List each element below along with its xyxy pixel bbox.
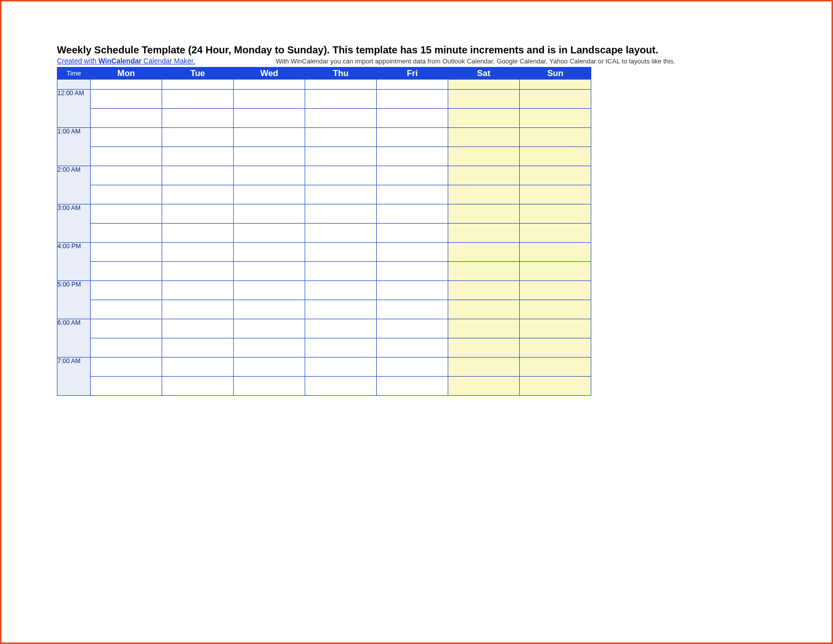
cell[interactable] [377,357,448,377]
cell[interactable] [448,300,520,319]
cell[interactable] [377,224,448,243]
cell[interactable] [520,377,591,396]
cell[interactable] [305,262,377,281]
cell[interactable] [162,319,234,338]
cell[interactable] [162,338,234,357]
cell[interactable] [234,224,305,243]
cell[interactable] [234,281,305,300]
cell[interactable] [162,185,234,204]
cell[interactable] [162,300,234,319]
cell[interactable] [448,90,520,109]
cell[interactable] [162,357,234,377]
cell[interactable] [234,128,305,147]
cell[interactable] [448,80,520,90]
cell[interactable] [377,377,448,396]
cell[interactable] [377,147,448,166]
cell[interactable] [91,109,162,128]
cell[interactable] [520,338,591,357]
cell[interactable] [91,185,162,204]
cell[interactable] [234,166,305,185]
cell[interactable] [91,281,162,300]
cell[interactable] [448,357,520,377]
cell[interactable] [448,377,520,396]
cell[interactable] [91,224,162,243]
cell[interactable] [91,338,162,357]
cell[interactable] [91,147,162,166]
cell[interactable] [305,338,377,357]
cell[interactable] [448,224,520,243]
cell[interactable] [162,243,234,262]
cell[interactable] [520,109,591,128]
cell[interactable] [520,262,591,281]
cell[interactable] [162,147,234,166]
cell[interactable] [234,185,305,204]
cell[interactable] [520,300,591,319]
cell[interactable] [234,90,305,109]
cell[interactable] [162,204,234,224]
cell[interactable] [377,281,448,300]
cell[interactable] [91,204,162,224]
cell[interactable] [305,147,377,166]
cell[interactable] [305,319,377,338]
cell[interactable] [305,204,377,224]
cell[interactable] [520,128,591,147]
cell[interactable] [162,281,234,300]
cell[interactable] [448,204,520,224]
cell[interactable] [520,224,591,243]
cell[interactable] [448,128,520,147]
cell[interactable] [91,357,162,377]
cell[interactable] [305,224,377,243]
cell[interactable] [305,377,377,396]
cell[interactable] [377,90,448,109]
cell[interactable] [91,166,162,185]
cell[interactable] [520,281,591,300]
cell[interactable] [520,204,591,224]
cell[interactable] [162,224,234,243]
cell[interactable] [377,80,448,90]
cell[interactable] [234,300,305,319]
cell[interactable] [377,185,448,204]
cell[interactable] [91,377,162,396]
cell[interactable] [91,80,162,90]
cell[interactable] [234,204,305,224]
cell[interactable] [520,166,591,185]
cell[interactable] [305,281,377,300]
cell[interactable] [448,281,520,300]
cell[interactable] [234,243,305,262]
cell[interactable] [234,147,305,166]
cell[interactable] [305,185,377,204]
cell[interactable] [377,243,448,262]
cell[interactable] [234,377,305,396]
cell[interactable] [234,262,305,281]
cell[interactable] [377,128,448,147]
cell[interactable] [377,262,448,281]
cell[interactable] [377,300,448,319]
cell[interactable] [377,109,448,128]
cell[interactable] [448,338,520,357]
cell[interactable] [377,319,448,338]
cell[interactable] [448,147,520,166]
cell[interactable] [91,262,162,281]
cell[interactable] [234,338,305,357]
cell[interactable] [377,204,448,224]
cell[interactable] [91,319,162,338]
cell[interactable] [162,80,234,90]
cell[interactable] [520,80,591,90]
cell[interactable] [162,166,234,185]
cell[interactable] [91,128,162,147]
wincalendar-link[interactable]: Created with WinCalendar Calendar Maker. [57,57,195,65]
cell[interactable] [520,319,591,338]
cell[interactable] [305,166,377,185]
cell[interactable] [448,262,520,281]
cell[interactable] [91,90,162,109]
cell[interactable] [448,185,520,204]
cell[interactable] [162,377,234,396]
cell[interactable] [162,262,234,281]
cell[interactable] [234,80,305,90]
cell[interactable] [305,128,377,147]
cell[interactable] [520,243,591,262]
cell[interactable] [448,109,520,128]
cell[interactable] [91,300,162,319]
cell[interactable] [377,338,448,357]
cell[interactable] [234,319,305,338]
